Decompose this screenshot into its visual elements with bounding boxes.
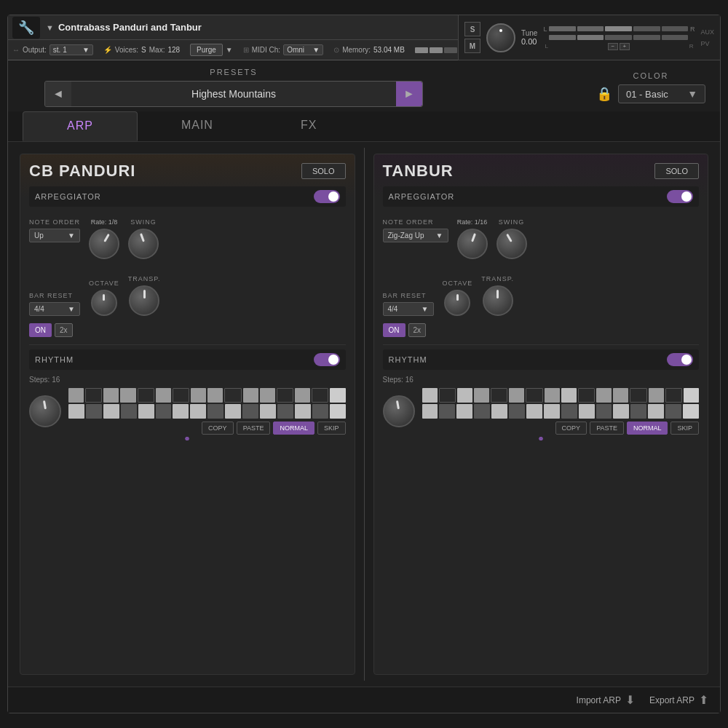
tab-fx[interactable]: FX bbox=[257, 111, 360, 141]
t-key-12[interactable] bbox=[613, 388, 628, 403]
cb-panduri-rhythm-knob-dial[interactable] bbox=[29, 395, 61, 427]
key-3[interactable] bbox=[103, 388, 119, 403]
cb-panduri-on-button[interactable]: ON bbox=[29, 323, 52, 337]
t-key-b6[interactable] bbox=[509, 404, 525, 419]
key-b11[interactable] bbox=[242, 404, 258, 419]
key-14[interactable] bbox=[295, 388, 310, 403]
cb-panduri-transp-knob-dial[interactable] bbox=[129, 285, 159, 316]
tanbur-normal[interactable]: NORMAL bbox=[627, 422, 668, 435]
t-key-14[interactable] bbox=[649, 388, 664, 403]
tune-knob[interactable] bbox=[486, 23, 515, 52]
cb-panduri-bar-select[interactable]: 4/4 ▼ bbox=[29, 302, 80, 316]
tanbur-solo[interactable]: SOLO bbox=[654, 163, 699, 179]
t-key-15[interactable] bbox=[665, 388, 682, 403]
key-b2[interactable] bbox=[86, 404, 102, 419]
key-16[interactable] bbox=[330, 388, 345, 403]
key-10[interactable] bbox=[224, 388, 241, 403]
tanbur-on-button[interactable]: ON bbox=[383, 323, 405, 337]
output-select[interactable]: st. 1 ▼ bbox=[50, 44, 93, 55]
key-11[interactable] bbox=[243, 388, 258, 403]
import-arp-button[interactable]: Import ARP ⬇ bbox=[577, 693, 635, 707]
cb-panduri-normal[interactable]: NORMAL bbox=[273, 422, 314, 435]
cb-panduri-solo[interactable]: SOLO bbox=[301, 163, 346, 179]
cb-panduri-skip[interactable]: SKIP bbox=[317, 422, 346, 435]
tab-arp[interactable]: ARP bbox=[23, 111, 138, 141]
t-key-b4[interactable] bbox=[474, 404, 490, 419]
midi-select[interactable]: Omni ▼ bbox=[283, 44, 323, 55]
cb-panduri-swing-knob-dial[interactable] bbox=[128, 229, 159, 259]
key-b7[interactable] bbox=[173, 404, 189, 419]
tanbur-bar-select[interactable]: 4/4 ▼ bbox=[383, 302, 434, 316]
t-key-b5[interactable] bbox=[491, 404, 507, 419]
export-arp-button[interactable]: Export ARP ⬆ bbox=[649, 693, 708, 707]
t-key-2[interactable] bbox=[439, 388, 456, 403]
tanbur-rate-knob-dial[interactable] bbox=[457, 229, 488, 259]
t-key-b15[interactable] bbox=[665, 404, 681, 419]
key-b1[interactable] bbox=[68, 404, 84, 419]
t-key-b3[interactable] bbox=[456, 404, 472, 419]
key-b15[interactable] bbox=[312, 404, 328, 419]
cb-panduri-arp-toggle[interactable] bbox=[314, 190, 340, 203]
t-key-b1[interactable] bbox=[422, 404, 438, 419]
tab-main[interactable]: MAIN bbox=[138, 111, 257, 141]
t-key-16[interactable] bbox=[684, 388, 699, 403]
key-b8[interactable] bbox=[190, 404, 206, 419]
t-key-b9[interactable] bbox=[561, 404, 577, 419]
key-13[interactable] bbox=[277, 388, 293, 403]
s-button[interactable]: S bbox=[464, 22, 480, 36]
minus-button[interactable]: − bbox=[608, 43, 618, 50]
t-key-b10[interactable] bbox=[579, 404, 595, 419]
tanbur-2x-button[interactable]: 2x bbox=[408, 323, 427, 337]
m-button[interactable]: M bbox=[464, 39, 480, 53]
key-b12[interactable] bbox=[260, 404, 276, 419]
t-key-b16[interactable] bbox=[683, 404, 699, 419]
t-key-b12[interactable] bbox=[613, 404, 629, 419]
key-8[interactable] bbox=[191, 388, 206, 403]
t-key-b8[interactable] bbox=[544, 404, 560, 419]
key-b13[interactable] bbox=[277, 404, 293, 419]
plus-button[interactable]: + bbox=[620, 43, 630, 50]
t-key-6[interactable] bbox=[509, 388, 524, 403]
t-key-b7[interactable] bbox=[526, 404, 542, 419]
t-key-7[interactable] bbox=[526, 388, 542, 403]
key-b3[interactable] bbox=[103, 404, 119, 419]
preset-next-button[interactable]: ► bbox=[396, 82, 422, 106]
key-b6[interactable] bbox=[156, 404, 172, 419]
tanbur-paste[interactable]: PASTE bbox=[590, 422, 624, 435]
tanbur-rhythm-toggle[interactable] bbox=[667, 353, 693, 366]
t-key-8[interactable] bbox=[545, 388, 560, 403]
key-2[interactable] bbox=[85, 388, 102, 403]
key-b16[interactable] bbox=[330, 404, 346, 419]
t-key-4[interactable] bbox=[474, 388, 489, 403]
key-7[interactable] bbox=[173, 388, 189, 403]
t-key-10[interactable] bbox=[578, 388, 595, 403]
cb-panduri-copy[interactable]: COPY bbox=[202, 422, 234, 435]
t-key-13[interactable] bbox=[630, 388, 646, 403]
t-key-5[interactable] bbox=[491, 388, 507, 403]
cb-panduri-paste[interactable]: PASTE bbox=[237, 422, 271, 435]
tanbur-arp-toggle[interactable] bbox=[667, 190, 693, 203]
t-key-b14[interactable] bbox=[648, 404, 664, 419]
tanbur-rhythm-knob-dial[interactable] bbox=[383, 395, 415, 427]
tanbur-swing-knob-dial[interactable] bbox=[496, 229, 527, 259]
t-key-b2[interactable] bbox=[439, 404, 455, 419]
key-12[interactable] bbox=[260, 388, 275, 403]
purge-button[interactable]: Purge bbox=[190, 44, 223, 56]
key-b9[interactable] bbox=[207, 404, 223, 419]
key-15[interactable] bbox=[312, 388, 328, 403]
key-6[interactable] bbox=[156, 388, 171, 403]
key-b10[interactable] bbox=[225, 404, 241, 419]
key-1[interactable] bbox=[68, 388, 84, 403]
color-select[interactable]: 01 - Basic ▼ bbox=[618, 84, 705, 103]
key-9[interactable] bbox=[207, 388, 223, 403]
t-key-11[interactable] bbox=[596, 388, 612, 403]
key-5[interactable] bbox=[138, 388, 154, 403]
preset-prev-button[interactable]: ◄ bbox=[45, 82, 71, 106]
cb-panduri-octave-knob-dial[interactable] bbox=[91, 290, 117, 316]
t-key-9[interactable] bbox=[561, 388, 577, 403]
tanbur-skip[interactable]: SKIP bbox=[670, 422, 699, 435]
purge-dropdown[interactable]: ▼ bbox=[226, 46, 233, 54]
cb-panduri-2x-button[interactable]: 2x bbox=[55, 323, 73, 337]
tanbur-note-select[interactable]: Zig-Zag Up ▼ bbox=[383, 229, 448, 242]
cb-panduri-rhythm-toggle[interactable] bbox=[314, 353, 340, 366]
